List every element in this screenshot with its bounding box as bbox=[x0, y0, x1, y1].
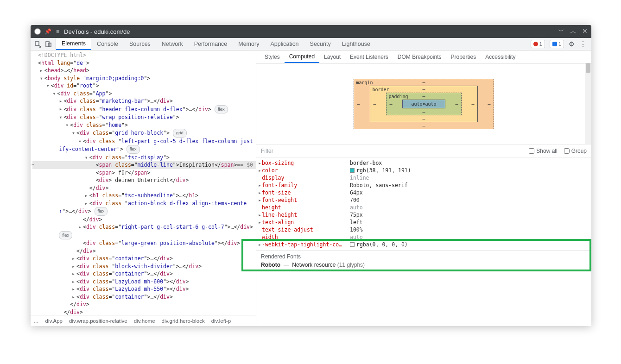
rendered-fonts-header: Rendered Fonts bbox=[261, 253, 587, 260]
show-all-checkbox[interactable]: Show all bbox=[529, 148, 557, 154]
crumb-item[interactable]: div.App bbox=[45, 318, 63, 324]
breadcrumb[interactable]: …div.Appdiv.wrap.position-relativediv.ho… bbox=[31, 315, 256, 326]
tab-console[interactable]: Console bbox=[91, 38, 124, 50]
svg-rect-0 bbox=[35, 42, 39, 45]
crumb-item[interactable]: div.wrap.position-relative bbox=[69, 318, 127, 324]
computed-row[interactable]: ▸line-height75px bbox=[256, 211, 591, 219]
window-controls: ﹀ ︿ ✕ bbox=[558, 27, 588, 36]
dom-line[interactable]: ▸<div class="container">…</div> bbox=[32, 293, 256, 301]
dom-line[interactable]: ▸<div class="LazyLoad mh-550"></div> bbox=[32, 285, 256, 293]
dom-line[interactable]: </div> bbox=[32, 301, 256, 308]
tab-lighthouse[interactable]: Lighthouse bbox=[336, 38, 376, 50]
scrollbar[interactable] bbox=[585, 63, 591, 144]
subtab-computed[interactable]: Computed bbox=[285, 50, 319, 63]
dom-line[interactable]: ▾<body style="margin:0;padding:0"> bbox=[32, 75, 256, 82]
computed-row[interactable]: ▸font-familyRoboto, sans-serif bbox=[256, 182, 591, 189]
font-glyphs: (11 glyphs) bbox=[337, 262, 365, 268]
dom-line[interactable]: ▸<div class="container">…</div> bbox=[32, 255, 256, 263]
subtab-accessibility[interactable]: Accessibility bbox=[481, 50, 520, 63]
svg-rect-1 bbox=[46, 42, 49, 47]
chrome-icon bbox=[34, 28, 41, 35]
subtab-dom-breakpoints[interactable]: DOM Breakpoints bbox=[393, 50, 446, 63]
dom-line[interactable]: <span class="middle-line">Inspiration</s… bbox=[32, 161, 256, 169]
computed-row[interactable]: ▸font-weight700 bbox=[256, 196, 591, 204]
computed-row[interactable]: ▸-webkit-tap-highlight-co…rgba(0, 0, 0, … bbox=[256, 241, 591, 248]
computed-row[interactable]: widthauto bbox=[256, 233, 591, 241]
dom-line[interactable]: ▸<div class="container">…</div> bbox=[32, 270, 256, 278]
minimize-icon[interactable]: ﹀ bbox=[558, 27, 564, 36]
dom-line[interactable]: ▸<div class="header flex-column d-flex">… bbox=[32, 105, 256, 114]
dom-line[interactable]: ▾<div class="left-part g-col-5 d-flex fl… bbox=[32, 138, 256, 154]
subtab-styles[interactable]: Styles bbox=[260, 50, 285, 63]
subtabs: StylesComputedLayoutEvent ListenersDOM B… bbox=[256, 50, 591, 63]
maximize-icon[interactable]: ︿ bbox=[570, 27, 577, 36]
window-title: DevTools - eduki.com/de bbox=[64, 28, 558, 35]
tab-elements[interactable]: Elements bbox=[56, 38, 91, 50]
gear-icon[interactable]: ⚙ bbox=[569, 40, 575, 48]
close-icon[interactable]: ✕ bbox=[582, 27, 588, 36]
dom-line[interactable]: </div> bbox=[32, 184, 256, 192]
dom-line[interactable]: ▸<head>…</head> bbox=[32, 67, 256, 75]
dom-line[interactable]: </div> bbox=[32, 247, 256, 255]
subtab-properties[interactable]: Properties bbox=[446, 50, 481, 63]
filter-row: Filter Show all Group bbox=[256, 144, 591, 157]
dom-line[interactable]: <html lang="de"> bbox=[32, 59, 256, 67]
group-checkbox[interactable]: Group bbox=[564, 148, 587, 154]
dom-line[interactable]: ▸<div class="right-part g-col-start-6 g-… bbox=[32, 223, 256, 239]
errors-badge[interactable]: 1 bbox=[531, 40, 545, 48]
devtools-window: 📌 ≡ DevTools - eduki.com/de ﹀ ︿ ✕ Elemen… bbox=[31, 25, 591, 326]
tab-network[interactable]: Network bbox=[156, 38, 189, 50]
tab-performance[interactable]: Performance bbox=[189, 38, 233, 50]
subtab-layout[interactable]: Layout bbox=[319, 50, 345, 63]
tab-memory[interactable]: Memory bbox=[233, 38, 265, 50]
titlebar: 📌 ≡ DevTools - eduki.com/de ﹀ ︿ ✕ bbox=[31, 25, 591, 38]
dom-tree[interactable]: <!DOCTYPE html> <html lang="de"> ▸<head>… bbox=[31, 50, 256, 315]
computed-row[interactable]: ▸box-sizingborder-box bbox=[256, 159, 591, 167]
tab-sources[interactable]: Sources bbox=[124, 38, 156, 50]
computed-row[interactable]: heightauto bbox=[256, 204, 591, 211]
computed-row[interactable]: text-size-adjust100% bbox=[256, 226, 591, 233]
computed-row[interactable]: ▸colorrgb(38, 191, 191) bbox=[256, 167, 591, 174]
dom-line[interactable]: <!DOCTYPE html> bbox=[32, 51, 256, 59]
dom-line[interactable]: ▾<div id="root"> bbox=[32, 82, 256, 90]
subtab-event-listeners[interactable]: Event Listeners bbox=[345, 50, 393, 63]
inspect-icon[interactable] bbox=[34, 41, 41, 48]
dom-line[interactable]: ▸<h1 class="tsc-subheadline">…</h1> bbox=[32, 192, 256, 200]
dom-line[interactable]: ▸<div class="action-block d-flex align-i… bbox=[32, 200, 256, 216]
svg-rect-2 bbox=[48, 43, 51, 47]
filter-input[interactable]: Filter bbox=[261, 148, 522, 154]
box-model-content: auto×auto bbox=[402, 100, 445, 108]
device-icon[interactable] bbox=[45, 41, 52, 48]
dom-line[interactable]: <span> für</span> bbox=[32, 169, 256, 177]
more-icon[interactable]: ⋮ bbox=[579, 40, 587, 49]
issues-badge[interactable]: 1 bbox=[550, 40, 564, 48]
dom-line[interactable]: <div class="large-green position-absolut… bbox=[32, 239, 256, 247]
crumb-item[interactable]: div.home bbox=[134, 318, 155, 324]
dom-line[interactable]: ▾<div class="home"> bbox=[32, 121, 256, 129]
dom-line[interactable]: </div> bbox=[32, 308, 256, 315]
crumb-item[interactable]: … bbox=[33, 318, 39, 324]
computed-row[interactable]: ▸text-alignleft bbox=[256, 219, 591, 226]
dom-line[interactable]: ▾<div class="grid hero-block"> grid bbox=[32, 129, 256, 138]
dom-line[interactable]: ▸<div class="LazyLoad mh-600"></div> bbox=[32, 278, 256, 286]
crumb-item[interactable]: div.grid.hero-block bbox=[162, 318, 205, 324]
dom-line[interactable]: ▸<div class="marketing-bar">…</div> bbox=[32, 97, 256, 105]
computed-row[interactable]: displayinline bbox=[256, 174, 591, 182]
dom-line[interactable]: <div> deinen Unterricht</div> bbox=[32, 176, 256, 184]
dom-line[interactable]: </div> bbox=[32, 216, 256, 224]
box-model[interactable]: margin – – – – border – – – – padding bbox=[256, 63, 591, 144]
pin-icon[interactable]: 📌 bbox=[44, 28, 51, 35]
dom-line[interactable]: ▾<div class="App"> bbox=[32, 90, 256, 98]
dom-line[interactable]: ▸<div class="block-with-divider">…</div> bbox=[32, 263, 256, 270]
tab-application[interactable]: Application bbox=[265, 38, 304, 50]
elements-pane: <!DOCTYPE html> <html lang="de"> ▸<head>… bbox=[31, 50, 256, 326]
dom-line[interactable]: ▾<div class="wrap position-relative"> bbox=[32, 113, 256, 121]
chevrons-icon[interactable]: ≡ bbox=[56, 28, 59, 35]
crumb-item[interactable]: div.left-p bbox=[211, 318, 231, 324]
computed-properties[interactable]: ▸box-sizingborder-box▸colorrgb(38, 191, … bbox=[256, 157, 591, 250]
main-tabs: ElementsConsoleSourcesNetworkPerformance… bbox=[56, 38, 526, 50]
tab-security[interactable]: Security bbox=[304, 38, 336, 50]
dom-line[interactable]: ▾<div class="tsc-display"> bbox=[32, 154, 256, 162]
computed-row[interactable]: ▸font-size64px bbox=[256, 189, 591, 196]
sidebar-pane: StylesComputedLayoutEvent ListenersDOM B… bbox=[256, 50, 591, 326]
